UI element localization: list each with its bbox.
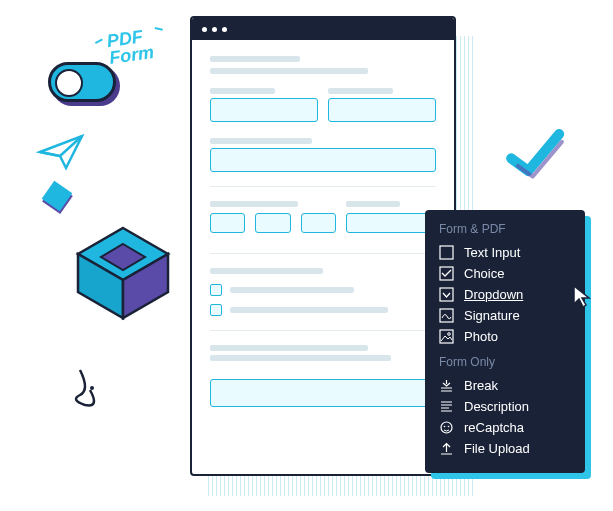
small-field[interactable] <box>301 213 336 233</box>
menu-item-recaptcha[interactable]: reCaptcha <box>439 417 571 438</box>
menu-item-text-input[interactable]: Text Input <box>439 242 571 263</box>
menu-item-label: Break <box>464 378 498 393</box>
menu-item-signature[interactable]: Signature <box>439 305 571 326</box>
menu-item-dropdown[interactable]: Dropdown <box>439 284 571 305</box>
checkmark-decoration <box>503 127 573 185</box>
menu-item-label: Text Input <box>464 245 520 260</box>
divider <box>210 186 436 187</box>
small-square-decoration <box>42 181 73 212</box>
checkbox-option[interactable] <box>210 284 436 296</box>
toggle-knob <box>55 69 83 97</box>
field-type-menu: Form & PDF Text Input Choice Dropdown Si… <box>425 210 585 473</box>
menu-item-photo[interactable]: Photo <box>439 326 571 347</box>
small-field[interactable] <box>255 213 290 233</box>
menu-item-label: File Upload <box>464 441 530 456</box>
menu-item-label: Choice <box>464 266 504 281</box>
photo-icon <box>439 329 454 344</box>
svg-point-13 <box>448 426 450 428</box>
paper-airplane-icon <box>36 130 88 174</box>
window-titlebar <box>192 18 454 40</box>
dropdown-icon <box>439 287 454 302</box>
divider <box>210 330 436 331</box>
form-builder-window <box>190 16 456 476</box>
divider <box>210 253 436 254</box>
menu-item-label: Description <box>464 399 529 414</box>
window-dot <box>222 27 227 32</box>
form-body <box>192 40 454 423</box>
menu-section-label: Form & PDF <box>439 222 571 236</box>
text-field[interactable] <box>210 148 436 172</box>
text-field[interactable] <box>210 98 318 122</box>
svg-point-4 <box>90 386 94 390</box>
svg-rect-7 <box>440 288 453 301</box>
menu-item-label: Photo <box>464 329 498 344</box>
menu-item-break[interactable]: Break <box>439 375 571 396</box>
isometric-cube-decoration <box>58 208 188 338</box>
small-field[interactable] <box>346 213 436 233</box>
svg-point-12 <box>444 426 446 428</box>
upload-icon <box>439 441 454 456</box>
squiggle-decoration <box>70 360 140 420</box>
small-field[interactable] <box>210 213 245 233</box>
menu-item-file-upload[interactable]: File Upload <box>439 438 571 459</box>
menu-item-label: Dropdown <box>464 287 523 302</box>
text-input-icon <box>439 245 454 260</box>
signature-icon <box>439 308 454 323</box>
description-icon <box>439 399 454 414</box>
menu-item-choice[interactable]: Choice <box>439 263 571 284</box>
text-field[interactable] <box>210 379 436 407</box>
text-field[interactable] <box>328 98 436 122</box>
checkbox-icon <box>210 304 222 316</box>
choice-icon <box>439 266 454 281</box>
window-dot <box>212 27 217 32</box>
toggle-pill-decoration <box>48 62 116 102</box>
menu-item-description[interactable]: Description <box>439 396 571 417</box>
pdf-form-badge: PDF Form <box>106 27 155 67</box>
checkbox-icon <box>210 284 222 296</box>
menu-section-label: Form Only <box>439 355 571 369</box>
break-icon <box>439 378 454 393</box>
svg-rect-9 <box>440 330 453 343</box>
menu-item-label: reCaptcha <box>464 420 524 435</box>
svg-rect-5 <box>440 246 453 259</box>
recaptcha-icon <box>439 420 454 435</box>
checkbox-option[interactable] <box>210 304 436 316</box>
svg-point-10 <box>448 333 451 336</box>
window-dot <box>202 27 207 32</box>
cursor-pointer-icon <box>571 284 593 310</box>
menu-item-label: Signature <box>464 308 520 323</box>
